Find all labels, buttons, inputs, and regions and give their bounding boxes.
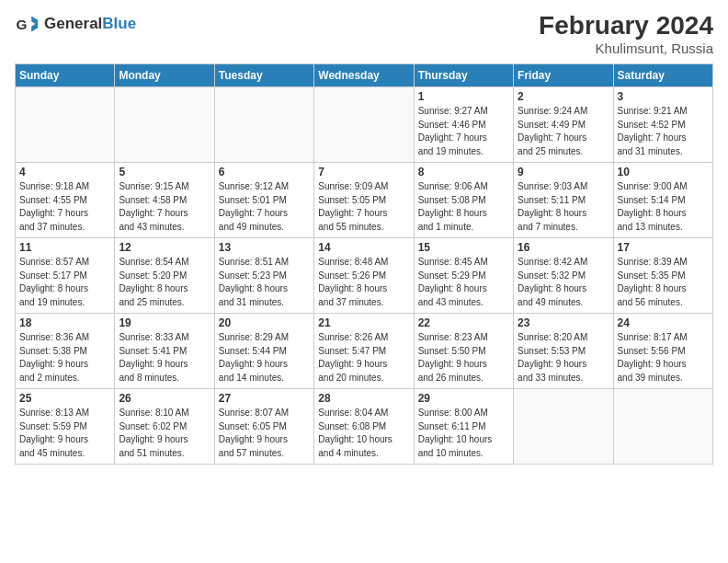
col-header-friday: Friday	[514, 64, 613, 87]
week-row-3: 11Sunrise: 8:57 AM Sunset: 5:17 PM Dayli…	[16, 238, 713, 314]
day-number: 25	[19, 392, 110, 405]
calendar-cell: 25Sunrise: 8:13 AM Sunset: 5:59 PM Dayli…	[16, 389, 115, 465]
day-info: Sunrise: 8:23 AM Sunset: 5:50 PM Dayligh…	[418, 331, 509, 385]
calendar-cell	[314, 87, 414, 163]
day-info: Sunrise: 8:54 AM Sunset: 5:20 PM Dayligh…	[119, 256, 210, 309]
day-number: 22	[418, 316, 509, 329]
day-info: Sunrise: 8:13 AM Sunset: 5:59 PM Dayligh…	[19, 407, 110, 460]
col-header-saturday: Saturday	[613, 64, 712, 87]
day-number: 26	[119, 392, 210, 405]
day-info: Sunrise: 8:17 AM Sunset: 5:56 PM Dayligh…	[618, 331, 709, 385]
day-info: Sunrise: 8:20 AM Sunset: 5:53 PM Dayligh…	[518, 331, 609, 385]
day-number: 3	[618, 90, 709, 103]
day-info: Sunrise: 8:00 AM Sunset: 6:11 PM Dayligh…	[418, 407, 509, 460]
day-number: 19	[119, 316, 210, 329]
calendar-cell: 19Sunrise: 8:33 AM Sunset: 5:41 PM Dayli…	[115, 314, 214, 389]
day-number: 28	[318, 392, 409, 405]
calendar-table: SundayMondayTuesdayWednesdayThursdayFrid…	[15, 63, 713, 465]
day-info: Sunrise: 9:00 AM Sunset: 5:14 PM Dayligh…	[618, 180, 709, 234]
svg-text:G: G	[16, 17, 27, 32]
page-header: G GeneralBlue February 2024 Khulimsunt, …	[15, 11, 713, 56]
calendar-header-row: SundayMondayTuesdayWednesdayThursdayFrid…	[16, 64, 713, 87]
day-number: 18	[19, 316, 110, 329]
calendar-cell: 11Sunrise: 8:57 AM Sunset: 5:17 PM Dayli…	[16, 238, 115, 314]
calendar-cell: 4Sunrise: 9:18 AM Sunset: 4:55 PM Daylig…	[16, 163, 115, 238]
calendar-cell: 28Sunrise: 8:04 AM Sunset: 6:08 PM Dayli…	[314, 389, 414, 465]
day-info: Sunrise: 9:27 AM Sunset: 4:46 PM Dayligh…	[418, 105, 509, 158]
day-number: 4	[19, 166, 110, 178]
calendar-cell	[16, 87, 115, 163]
day-number: 17	[618, 241, 709, 254]
day-info: Sunrise: 8:39 AM Sunset: 5:35 PM Dayligh…	[618, 256, 709, 309]
calendar-cell	[115, 87, 214, 163]
day-info: Sunrise: 8:57 AM Sunset: 5:17 PM Dayligh…	[19, 256, 110, 309]
day-info: Sunrise: 9:09 AM Sunset: 5:05 PM Dayligh…	[318, 180, 409, 234]
calendar-cell: 18Sunrise: 8:36 AM Sunset: 5:38 PM Dayli…	[16, 314, 115, 389]
calendar-cell	[214, 87, 313, 163]
logo: G GeneralBlue	[15, 11, 136, 37]
calendar-cell: 29Sunrise: 8:00 AM Sunset: 6:11 PM Dayli…	[414, 389, 513, 465]
calendar-cell: 8Sunrise: 9:06 AM Sunset: 5:08 PM Daylig…	[414, 163, 513, 238]
calendar-cell: 7Sunrise: 9:09 AM Sunset: 5:05 PM Daylig…	[314, 163, 414, 238]
day-info: Sunrise: 8:10 AM Sunset: 6:02 PM Dayligh…	[119, 407, 210, 460]
col-header-thursday: Thursday	[414, 64, 513, 87]
day-info: Sunrise: 8:45 AM Sunset: 5:29 PM Dayligh…	[418, 256, 509, 309]
week-row-5: 25Sunrise: 8:13 AM Sunset: 5:59 PM Dayli…	[16, 389, 713, 465]
day-number: 6	[219, 166, 310, 178]
calendar-cell: 22Sunrise: 8:23 AM Sunset: 5:50 PM Dayli…	[414, 314, 513, 389]
week-row-4: 18Sunrise: 8:36 AM Sunset: 5:38 PM Dayli…	[16, 314, 713, 389]
calendar-cell: 24Sunrise: 8:17 AM Sunset: 5:56 PM Dayli…	[613, 314, 712, 389]
day-info: Sunrise: 9:03 AM Sunset: 5:11 PM Dayligh…	[518, 180, 609, 234]
day-number: 8	[418, 166, 509, 178]
day-number: 1	[418, 90, 509, 103]
day-number: 16	[518, 241, 609, 254]
col-header-monday: Monday	[115, 64, 214, 87]
col-header-tuesday: Tuesday	[214, 64, 313, 87]
calendar-cell: 2Sunrise: 9:24 AM Sunset: 4:49 PM Daylig…	[514, 87, 613, 163]
day-info: Sunrise: 9:06 AM Sunset: 5:08 PM Dayligh…	[418, 180, 509, 234]
day-info: Sunrise: 8:36 AM Sunset: 5:38 PM Dayligh…	[19, 331, 110, 385]
calendar-cell: 17Sunrise: 8:39 AM Sunset: 5:35 PM Dayli…	[613, 238, 712, 314]
calendar-cell: 9Sunrise: 9:03 AM Sunset: 5:11 PM Daylig…	[514, 163, 613, 238]
calendar-cell: 26Sunrise: 8:10 AM Sunset: 6:02 PM Dayli…	[115, 389, 214, 465]
title-block: February 2024 Khulimsunt, Russia	[539, 11, 713, 56]
col-header-wednesday: Wednesday	[314, 64, 414, 87]
day-number: 13	[219, 241, 310, 254]
day-info: Sunrise: 8:29 AM Sunset: 5:44 PM Dayligh…	[219, 331, 310, 385]
day-info: Sunrise: 9:21 AM Sunset: 4:52 PM Dayligh…	[618, 105, 709, 158]
day-number: 15	[418, 241, 509, 254]
day-number: 14	[318, 241, 409, 254]
calendar-cell: 14Sunrise: 8:48 AM Sunset: 5:26 PM Dayli…	[314, 238, 414, 314]
calendar-cell: 16Sunrise: 8:42 AM Sunset: 5:32 PM Dayli…	[514, 238, 613, 314]
day-number: 9	[518, 166, 609, 178]
calendar-cell: 3Sunrise: 9:21 AM Sunset: 4:52 PM Daylig…	[613, 87, 712, 163]
day-number: 10	[618, 166, 709, 178]
day-info: Sunrise: 9:24 AM Sunset: 4:49 PM Dayligh…	[518, 105, 609, 158]
day-number: 2	[518, 90, 609, 103]
day-info: Sunrise: 9:18 AM Sunset: 4:55 PM Dayligh…	[19, 180, 110, 234]
logo-icon: G	[15, 11, 40, 37]
week-row-1: 1Sunrise: 9:27 AM Sunset: 4:46 PM Daylig…	[16, 87, 713, 163]
day-info: Sunrise: 8:04 AM Sunset: 6:08 PM Dayligh…	[318, 407, 409, 460]
calendar-cell: 23Sunrise: 8:20 AM Sunset: 5:53 PM Dayli…	[514, 314, 613, 389]
col-header-sunday: Sunday	[16, 64, 115, 87]
day-info: Sunrise: 8:48 AM Sunset: 5:26 PM Dayligh…	[318, 256, 409, 309]
day-number: 7	[318, 166, 409, 178]
day-info: Sunrise: 8:26 AM Sunset: 5:47 PM Dayligh…	[318, 331, 409, 385]
week-row-2: 4Sunrise: 9:18 AM Sunset: 4:55 PM Daylig…	[16, 163, 713, 238]
calendar-cell: 12Sunrise: 8:54 AM Sunset: 5:20 PM Dayli…	[115, 238, 214, 314]
calendar-cell: 20Sunrise: 8:29 AM Sunset: 5:44 PM Dayli…	[214, 314, 313, 389]
day-info: Sunrise: 8:33 AM Sunset: 5:41 PM Dayligh…	[119, 331, 210, 385]
calendar-cell: 15Sunrise: 8:45 AM Sunset: 5:29 PM Dayli…	[414, 238, 513, 314]
day-number: 5	[119, 166, 210, 178]
calendar-cell: 21Sunrise: 8:26 AM Sunset: 5:47 PM Dayli…	[314, 314, 414, 389]
day-number: 21	[318, 316, 409, 329]
calendar-cell	[613, 389, 712, 465]
day-info: Sunrise: 8:07 AM Sunset: 6:05 PM Dayligh…	[219, 407, 310, 460]
calendar-cell: 1Sunrise: 9:27 AM Sunset: 4:46 PM Daylig…	[414, 87, 513, 163]
calendar-cell: 6Sunrise: 9:12 AM Sunset: 5:01 PM Daylig…	[214, 163, 313, 238]
day-number: 20	[219, 316, 310, 329]
calendar-cell	[514, 389, 613, 465]
month-title: February 2024	[539, 11, 713, 40]
location: Khulimsunt, Russia	[539, 40, 713, 56]
